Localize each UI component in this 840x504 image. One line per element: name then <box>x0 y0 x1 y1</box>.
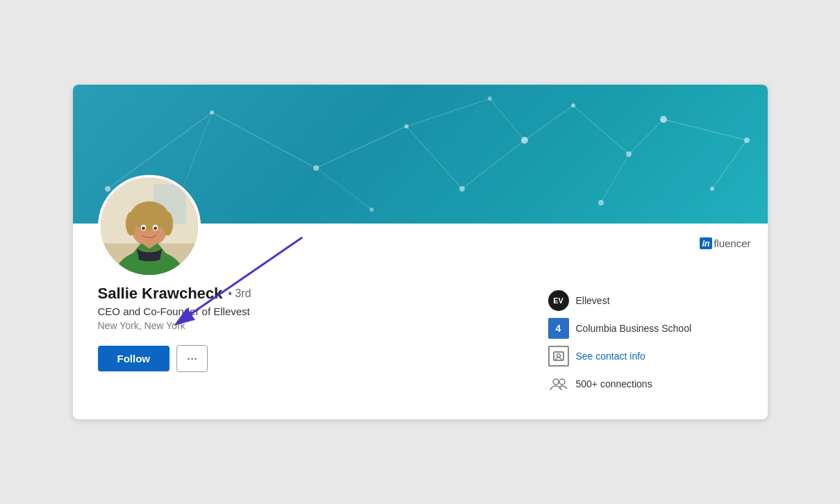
profile-body: in fluencer Sallie Krawcheck • 3rd CEO a… <box>73 224 768 419</box>
follow-button[interactable]: Follow <box>98 346 170 371</box>
school-icon: 4 <box>548 318 569 339</box>
contact-item[interactable]: See contact info <box>548 346 743 367</box>
right-info: EV Ellevest 4 Columbia Business School <box>548 285 743 394</box>
company-icon: EV <box>548 290 569 311</box>
svg-line-29 <box>601 154 629 203</box>
profile-location: New York, New York <box>98 320 252 331</box>
svg-line-20 <box>525 106 573 140</box>
svg-point-43 <box>142 226 145 230</box>
action-buttons: Follow ··· <box>98 345 252 372</box>
company-item: EV Ellevest <box>548 290 743 311</box>
company-name: Ellevest <box>576 295 610 306</box>
svg-line-24 <box>712 140 747 189</box>
svg-point-39 <box>125 212 135 235</box>
svg-point-40 <box>162 212 172 235</box>
school-name: Columbia Business School <box>576 323 692 334</box>
avatar <box>98 175 201 278</box>
svg-line-21 <box>573 106 629 154</box>
school-item: 4 Columbia Business School <box>548 318 743 339</box>
svg-line-22 <box>629 119 664 154</box>
contact-icon <box>548 346 569 367</box>
connections-count: 500+ connections <box>576 378 652 389</box>
svg-rect-47 <box>554 352 563 360</box>
svg-line-27 <box>406 99 490 126</box>
svg-point-50 <box>559 379 565 385</box>
name-row: Sallie Krawcheck • 3rd <box>98 285 252 303</box>
svg-line-17 <box>316 126 406 168</box>
svg-point-44 <box>154 226 157 230</box>
svg-point-49 <box>553 379 559 385</box>
svg-line-28 <box>490 99 525 140</box>
profile-card: in fluencer Sallie Krawcheck • 3rd CEO a… <box>73 85 768 419</box>
connections-item: 500+ connections <box>548 373 743 394</box>
avatar-image <box>101 178 198 275</box>
svg-line-19 <box>462 140 525 189</box>
influencer-badge: in fluencer <box>700 237 751 249</box>
connections-icon <box>548 373 569 394</box>
profile-name: Sallie Krawcheck <box>98 285 223 303</box>
svg-line-23 <box>664 119 747 140</box>
connection-degree: • 3rd <box>228 287 251 300</box>
svg-line-18 <box>406 126 462 189</box>
left-info: Sallie Krawcheck • 3rd CEO and Co-Founde… <box>98 285 252 372</box>
in-logo: in <box>700 237 713 249</box>
svg-point-48 <box>557 354 560 358</box>
profile-title: CEO and Co-Founder of Ellevest <box>98 305 252 317</box>
svg-line-16 <box>212 112 316 168</box>
influencer-label: fluencer <box>714 237 750 249</box>
svg-line-26 <box>316 168 372 210</box>
contact-info-link[interactable]: See contact info <box>576 351 645 362</box>
more-options-button[interactable]: ··· <box>176 345 208 372</box>
